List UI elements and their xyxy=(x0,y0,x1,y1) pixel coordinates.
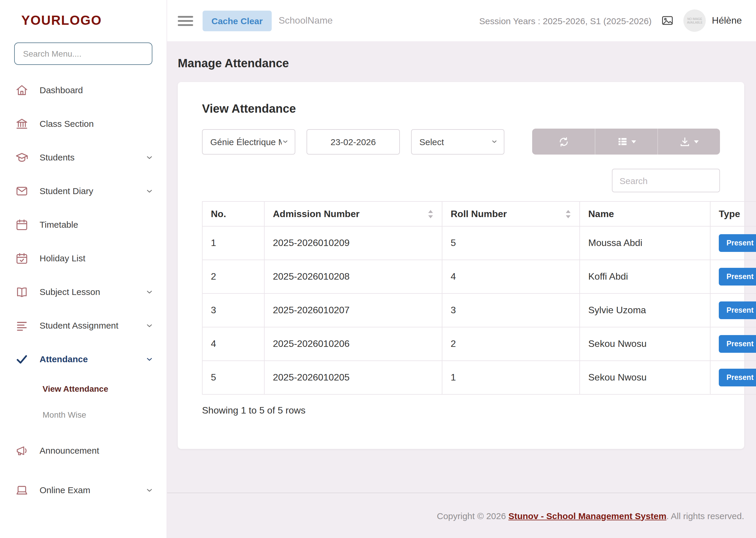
sidebar-item-holiday-list[interactable]: Holiday List xyxy=(0,241,166,275)
cell-roll: 4 xyxy=(442,260,580,294)
cell-roll: 5 xyxy=(442,226,580,260)
section-select[interactable]: Select xyxy=(411,129,504,154)
sidebar-item-label: Announcement xyxy=(39,445,154,456)
hamburger-menu-icon[interactable] xyxy=(178,13,193,28)
chevron-down-icon xyxy=(145,486,154,494)
page-title: Manage Attendance xyxy=(178,57,744,70)
home-icon xyxy=(15,83,29,96)
card-title: View Attendance xyxy=(202,102,720,116)
columns-icon xyxy=(617,136,628,147)
logo-wrap: YOURLOGO xyxy=(0,0,166,41)
school-name: SchoolName xyxy=(279,15,333,26)
megaphone-icon xyxy=(15,444,29,457)
check-icon xyxy=(15,352,29,365)
menu-search-wrap xyxy=(14,42,153,65)
table-row: 4 2025-2026010206 2 Sekou Nwosu Present xyxy=(202,327,756,361)
sidebar-item-announcement[interactable]: Announcement xyxy=(0,434,166,467)
sidebar-item-label: Class Section xyxy=(39,119,154,129)
sidebar-item-students[interactable]: Students xyxy=(0,140,166,174)
sort-icon xyxy=(428,210,433,218)
caret-down-icon xyxy=(694,140,699,143)
cache-clear-button[interactable]: Cache Clear xyxy=(203,10,271,31)
sidebar-item-student-assignment[interactable]: Student Assignment xyxy=(0,308,166,342)
attendance-table: No. Admission Number xyxy=(202,201,756,395)
present-button[interactable]: Present xyxy=(719,369,756,386)
cell-admission: 2025-2026010205 xyxy=(264,361,442,394)
export-button[interactable] xyxy=(658,129,720,155)
sidebar-subitem-label: Month Wise xyxy=(42,410,86,419)
photo-icon[interactable] xyxy=(661,14,674,27)
col-header-admission[interactable]: Admission Number xyxy=(264,201,442,226)
table-row: 1 2025-2026010209 5 Moussa Abdi Present xyxy=(202,226,756,260)
chevron-down-icon xyxy=(282,138,289,145)
col-header-label: Roll Number xyxy=(451,208,507,219)
chevron-down-icon xyxy=(491,138,498,145)
chevron-down-icon xyxy=(145,153,154,161)
cell-no: 5 xyxy=(202,361,264,394)
table-summary: Showing 1 to 5 of 5 rows xyxy=(202,405,720,416)
sidebar-item-label: Student Diary xyxy=(39,186,145,196)
sidebar-item-student-diary[interactable]: Student Diary xyxy=(0,174,166,208)
cell-admission: 2025-2026010206 xyxy=(264,327,442,361)
sidebar-item-class-section[interactable]: Class Section xyxy=(0,107,166,140)
user-name[interactable]: Hélène xyxy=(712,15,742,26)
present-button[interactable]: Present xyxy=(719,335,756,353)
refresh-icon xyxy=(558,136,569,147)
table-toolbar xyxy=(532,129,720,155)
chevron-down-icon xyxy=(145,187,154,195)
date-input[interactable] xyxy=(306,129,400,154)
col-header-roll[interactable]: Roll Number xyxy=(442,201,580,226)
col-header-no: No. xyxy=(202,201,264,226)
chevron-down-icon xyxy=(145,288,154,296)
present-button[interactable]: Present xyxy=(719,301,756,319)
envelope-icon xyxy=(15,184,29,197)
sidebar-item-online-exam[interactable]: Online Exam xyxy=(0,473,166,507)
book-icon xyxy=(15,285,29,298)
cell-no: 3 xyxy=(202,294,264,327)
cell-roll: 3 xyxy=(442,294,580,327)
footer: Copyright © 2026 Stunov - School Managem… xyxy=(167,493,756,538)
graduation-cap-icon xyxy=(15,151,29,164)
table-header-row: No. Admission Number xyxy=(202,201,756,226)
calendar-check-icon xyxy=(15,251,29,265)
sidebar-subitem-view-attendance[interactable]: View Attendance xyxy=(0,376,166,402)
main-column: Cache Clear SchoolName Session Years : 2… xyxy=(167,0,756,538)
assignment-icon xyxy=(15,319,29,332)
sidebar-item-timetable[interactable]: Timetable xyxy=(0,208,166,241)
sidebar-item-label: Timetable xyxy=(39,219,154,230)
sidebar-item-label: Online Exam xyxy=(39,485,145,495)
avatar[interactable]: No image available xyxy=(684,9,706,32)
columns-button[interactable] xyxy=(595,129,658,155)
topbar: Cache Clear SchoolName Session Years : 2… xyxy=(167,0,756,41)
cell-admission: 2025-2026010207 xyxy=(264,294,442,327)
cell-name: Koffi Abdi xyxy=(580,260,710,294)
table-row: 2 2025-2026010208 4 Koffi Abdi Present xyxy=(202,260,756,294)
class-select[interactable]: Génie Électrique M xyxy=(202,129,295,154)
table-row: 3 2025-2026010207 3 Sylvie Uzoma Present xyxy=(202,294,756,327)
caret-down-icon xyxy=(631,140,636,143)
laptop-icon xyxy=(15,483,29,496)
sort-icon xyxy=(565,210,571,218)
col-header-name: Name xyxy=(580,201,710,226)
app-root: YOURLOGO Dashboard Class Section xyxy=(0,0,756,538)
sidebar-item-label: Subject Lesson xyxy=(39,287,145,297)
sidebar-item-subject-lesson[interactable]: Subject Lesson xyxy=(0,275,166,308)
chevron-down-icon xyxy=(145,321,154,330)
sidebar-item-dashboard[interactable]: Dashboard xyxy=(0,73,166,107)
present-button[interactable]: Present xyxy=(719,268,756,286)
sidebar-item-label: Dashboard xyxy=(39,85,154,95)
cell-name: Sylvie Uzoma xyxy=(580,294,710,327)
sidebar-item-attendance[interactable]: Attendance xyxy=(0,342,166,376)
logo[interactable]: YOURLOGO xyxy=(21,13,102,28)
download-icon xyxy=(679,136,690,147)
col-header-label: Admission Number xyxy=(273,208,359,219)
menu-search-input[interactable] xyxy=(14,42,153,65)
sidebar-item-label: Student Assignment xyxy=(39,320,145,330)
present-button[interactable]: Present xyxy=(719,234,756,252)
refresh-button[interactable] xyxy=(532,129,595,155)
table-search-input[interactable] xyxy=(612,169,720,192)
sidebar-item-label: Attendance xyxy=(39,354,145,364)
footer-link[interactable]: Stunov - School Management System xyxy=(508,511,666,520)
cell-roll: 1 xyxy=(442,361,580,394)
sidebar-subitem-month-wise[interactable]: Month Wise xyxy=(0,402,166,428)
